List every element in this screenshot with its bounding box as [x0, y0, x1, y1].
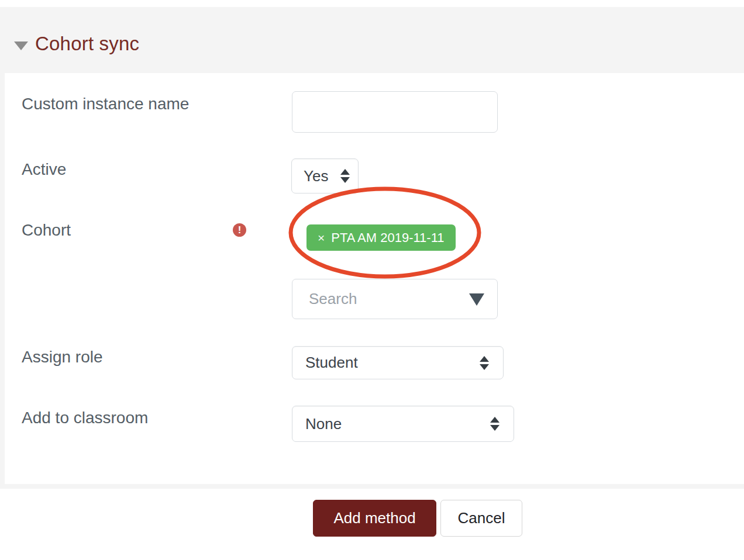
active-select[interactable]: Yes — [291, 158, 359, 193]
enrolment-method-page: Cohort sync Custom instance name Active … — [0, 0, 744, 560]
assign-role-select-value: Student — [305, 354, 358, 372]
collapse-chevron-icon[interactable] — [14, 42, 28, 50]
required-warning-icon: ! — [233, 223, 246, 237]
custom-instance-name-input[interactable] — [292, 91, 498, 133]
add-to-classroom-select[interactable]: None — [292, 406, 514, 442]
section-title: Cohort sync — [35, 33, 139, 55]
add-method-button[interactable]: Add method — [313, 500, 436, 537]
cohort-selected-tag: × PTA AM 2019-11-11 — [306, 224, 456, 251]
cohort-label: Cohort — [22, 221, 71, 240]
section-header: Cohort sync — [0, 7, 744, 73]
select-caret-icon — [480, 351, 489, 375]
select-caret-icon — [490, 412, 500, 435]
tag-remove-icon[interactable]: × — [318, 231, 325, 244]
add-to-classroom-label: Add to classroom — [22, 409, 148, 427]
cohort-search-combobox — [292, 279, 498, 319]
select-caret-icon — [340, 164, 350, 188]
tag-label: PTA AM 2019-11-11 — [331, 230, 444, 246]
assign-role-select[interactable]: Student — [292, 346, 504, 379]
add-to-classroom-select-value: None — [305, 415, 342, 433]
active-label: Active — [22, 160, 66, 179]
dropdown-arrow-icon[interactable] — [469, 293, 484, 306]
cancel-button[interactable]: Cancel — [440, 500, 522, 537]
active-select-value: Yes — [304, 167, 328, 185]
cohort-search-input[interactable] — [292, 279, 497, 319]
assign-role-label: Assign role — [22, 348, 103, 367]
custom-instance-name-label: Custom instance name — [22, 95, 189, 113]
